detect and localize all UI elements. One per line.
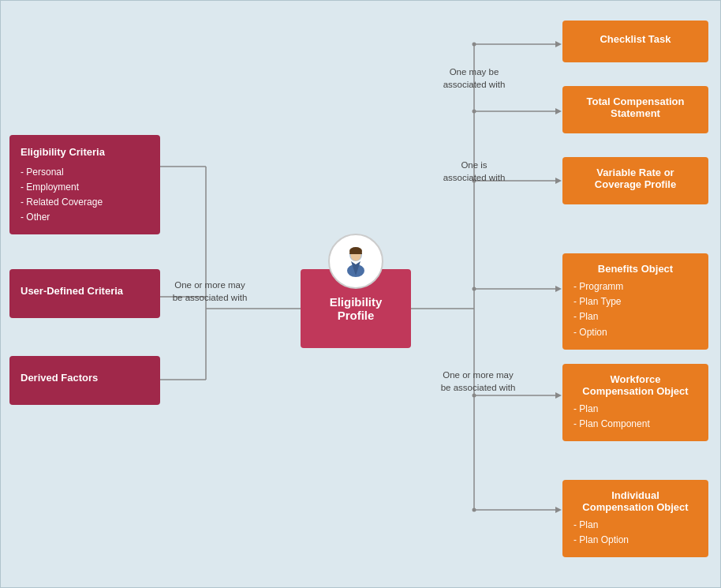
workforce-compensation-items: - Plan- Plan Component — [573, 402, 697, 432]
left-connector-label: One or more maybe associated with — [163, 279, 257, 304]
checklist-task-box: Checklist Task — [562, 21, 708, 62]
workforce-compensation-title: WorkforceCompensation Object — [573, 373, 697, 397]
total-compensation-title: Total CompensationStatement — [573, 96, 697, 119]
svg-marker-9 — [555, 41, 562, 47]
diagram-container: Eligibility Criteria - Personal- Employm… — [0, 0, 721, 588]
checklist-task-title: Checklist Task — [573, 33, 697, 45]
svg-marker-11 — [555, 108, 562, 114]
right-middle-connector-label: One isassociated with — [431, 159, 517, 184]
person-svg — [338, 244, 373, 279]
derived-factors-box: Derived Factors — [9, 356, 160, 405]
svg-marker-15 — [555, 286, 562, 292]
eligibility-criteria-items: - Personal- Employment- Related Coverage… — [21, 165, 149, 226]
right-bottom-connector-label: One or more maybe associated with — [431, 369, 525, 394]
benefits-object-items: - Programm- Plan Type- Plan- Option — [573, 279, 697, 340]
eligibility-profile-label: Eligibility Profile — [313, 295, 398, 322]
svg-marker-19 — [555, 507, 562, 513]
svg-marker-17 — [555, 392, 562, 399]
person-icon — [328, 234, 383, 289]
svg-point-25 — [473, 508, 476, 512]
eligibility-criteria-box: Eligibility Criteria - Personal- Employm… — [9, 135, 160, 234]
derived-factors-title: Derived Factors — [21, 370, 149, 386]
eligibility-criteria-title: Eligibility Criteria — [21, 144, 149, 160]
individual-compensation-items: - Plan- Plan Option — [573, 518, 697, 548]
workforce-compensation-box: WorkforceCompensation Object - Plan- Pla… — [562, 364, 708, 441]
svg-point-20 — [473, 43, 476, 47]
svg-point-23 — [473, 287, 476, 291]
user-defined-criteria-box: User-Defined Criteria — [9, 269, 160, 318]
svg-point-24 — [473, 394, 476, 398]
user-defined-criteria-title: User-Defined Criteria — [21, 283, 149, 299]
svg-point-21 — [473, 110, 476, 114]
individual-compensation-box: IndividualCompensation Object - Plan- Pl… — [562, 480, 708, 557]
benefits-object-box: Benefits Object - Programm- Plan Type- P… — [562, 253, 708, 350]
svg-marker-13 — [555, 178, 562, 184]
right-top-connector-label: One may beassociated with — [431, 66, 517, 91]
benefits-object-title: Benefits Object — [573, 263, 697, 275]
individual-compensation-title: IndividualCompensation Object — [573, 489, 697, 513]
variable-rate-title: Variable Rate orCoverage Profile — [573, 167, 697, 190]
total-compensation-box: Total CompensationStatement — [562, 86, 708, 133]
variable-rate-box: Variable Rate orCoverage Profile — [562, 157, 708, 204]
